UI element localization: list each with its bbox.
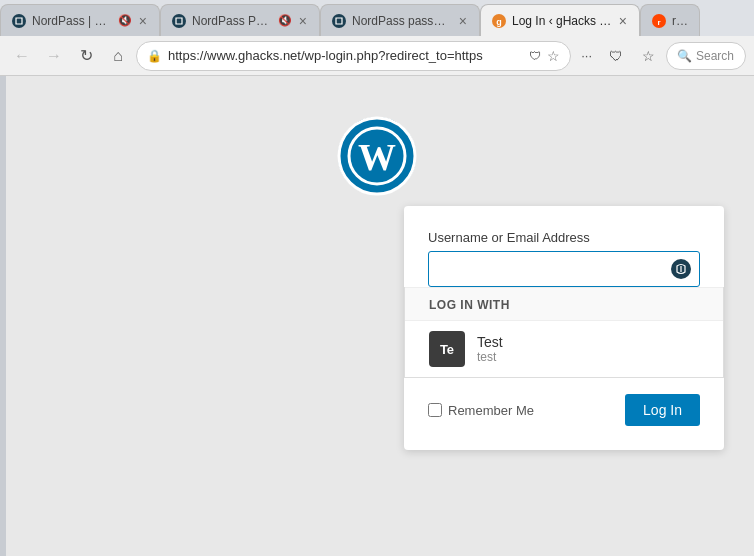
login-with-item-test[interactable]: Te Test test [405,321,723,377]
login-with-header: LOG IN WITH [405,287,723,321]
page-content: W Username or Email Address LOG IN WITH [0,76,754,556]
svg-text:W: W [358,136,396,178]
username-input-wrap [428,251,700,287]
svg-point-1 [172,14,186,28]
account-name: Test [477,334,503,350]
browser-chrome: NordPass | Choo 🔇 × NordPass Password 🔇 … [0,0,754,76]
address-bar[interactable]: 🔒 https://www.ghacks.net/wp-login.php?re… [136,41,571,71]
login-button[interactable]: Log In [625,394,700,426]
tab-label-2: NordPass Password [192,14,273,28]
reload-button[interactable]: ↻ [72,42,100,70]
tab-muted-icon-2: 🔇 [278,14,292,27]
svg-point-0 [12,14,26,28]
url-text: https://www.ghacks.net/wp-login.php?redi… [168,48,523,63]
left-sidebar-indicator [0,76,6,556]
tab-ghacks[interactable]: g Log In ‹ gHacks Tec × [480,4,640,36]
tab-favicon-nordpass-2 [171,13,187,29]
tab-reddit[interactable]: r red [640,4,700,36]
tab-label-1: NordPass | Choo [32,14,113,28]
secure-icon: 🔒 [147,49,162,63]
tab-close-btn-4[interactable]: × [617,11,629,31]
account-username: test [477,350,503,364]
login-bottom: Remember Me Log In [428,394,700,426]
forward-button[interactable]: → [40,42,68,70]
tab-favicon-reddit: r [651,13,667,29]
tab-close-btn-3[interactable]: × [457,11,469,31]
nav-bar: ← → ↻ ⌂ 🔒 https://www.ghacks.net/wp-logi… [0,36,754,76]
tab-favicon-nordpass-3 [331,13,347,29]
remember-me-wrap: Remember Me [428,403,534,418]
menu-dots-button[interactable]: ··· [575,44,598,67]
shield-icon: 🛡 [529,49,541,63]
nordpass-autofill-icon[interactable] [670,258,692,280]
remember-me-label: Remember Me [448,403,534,418]
tab-nordpass-1[interactable]: NordPass | Choo 🔇 × [0,4,160,36]
tab-close-btn-2[interactable]: × [297,11,309,31]
tab-bar: NordPass | Choo 🔇 × NordPass Password 🔇 … [0,0,754,36]
tab-label-5: red [672,14,689,28]
account-info: Test test [477,334,503,364]
username-label: Username or Email Address [428,230,700,245]
tab-label-4: Log In ‹ gHacks Tec [512,14,612,28]
svg-text:r: r [657,18,660,27]
search-box[interactable]: 🔍 Search [666,42,746,70]
svg-text:g: g [496,17,502,27]
tab-muted-icon-1: 🔇 [118,14,132,27]
tab-favicon-ghacks: g [491,13,507,29]
account-avatar: Te [429,331,465,367]
search-icon: 🔍 [677,49,692,63]
tab-nordpass-3[interactable]: NordPass password × [320,4,480,36]
star-icon: ☆ [547,48,560,64]
search-placeholder: Search [696,49,734,63]
login-with-dropdown: LOG IN WITH Te Test test [404,287,724,378]
menu-dots-icon: ··· [581,48,592,63]
tab-favicon-nordpass-1 [11,13,27,29]
login-card: Username or Email Address LOG IN WITH Te… [404,206,724,450]
bookmark-button[interactable]: ☆ [634,42,662,70]
svg-point-2 [332,14,346,28]
remember-me-checkbox[interactable] [428,403,442,417]
tab-nordpass-2[interactable]: NordPass Password 🔇 × [160,4,320,36]
back-button[interactable]: ← [8,42,36,70]
tab-close-btn-1[interactable]: × [137,11,149,31]
username-input[interactable] [428,251,700,287]
shield-button[interactable]: 🛡 [602,42,630,70]
home-button[interactable]: ⌂ [104,42,132,70]
tab-label-3: NordPass password [352,14,452,28]
